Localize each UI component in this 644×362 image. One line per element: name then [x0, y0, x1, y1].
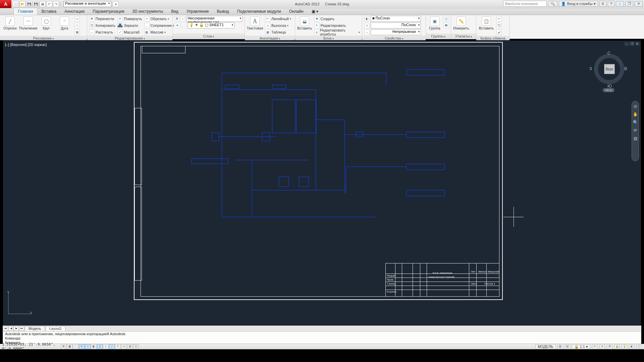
cmd-copyclip[interactable]: ⿻: [496, 22, 502, 28]
cmd-rotate[interactable]: ⟳Повернуть: [117, 16, 142, 22]
tab-view[interactable]: Вид: [167, 8, 182, 15]
cmd-polyline[interactable]: 〰 Полилиния: [20, 16, 36, 30]
layout-first-icon[interactable]: ⏮: [3, 326, 8, 331]
workspace-selector[interactable]: Рисование и аннотации: [63, 1, 111, 7]
cmd-trim[interactable]: ✂Обрезать: [144, 16, 174, 22]
status-grid-toggle[interactable]: ▦: [67, 344, 72, 349]
cmd-matchprop[interactable]: 🖌: [496, 29, 502, 35]
cmd-leader[interactable]: ↘Выноска: [265, 22, 291, 28]
viewcube-south[interactable]: Ю: [607, 83, 612, 88]
panel-groups-title[interactable]: Группы: [426, 34, 451, 39]
panel-properties-title[interactable]: Свойства: [362, 36, 426, 40]
tray-show-hidden-icon[interactable]: ▴: [594, 354, 596, 358]
cmd-line[interactable]: ╱ Отрезок: [2, 16, 18, 30]
cmd-hatch[interactable]: ▦: [74, 29, 80, 35]
status-sc-toggle[interactable]: ◫: [133, 344, 139, 349]
qat-open-icon[interactable]: 📂: [19, 1, 25, 7]
status-ortho-toggle[interactable]: ∟: [73, 344, 78, 349]
cmd-circle[interactable]: ◯ Круг: [38, 16, 54, 30]
cmd-block-edit[interactable]: ✎Редактировать: [314, 22, 360, 28]
viewcube-west[interactable]: З: [589, 66, 592, 71]
layer-properties-icon[interactable]: ≣: [175, 16, 179, 21]
cmd-group-edit[interactable]: ⬒: [443, 22, 449, 28]
status-space-button[interactable]: МОДЕЛЬ: [535, 344, 556, 349]
tray-volume-icon[interactable]: 🔊: [614, 354, 619, 358]
tab-annotate[interactable]: Аннотации: [60, 8, 89, 15]
viewport-minimize-icon[interactable]: –: [624, 42, 629, 46]
taskbar-autocad[interactable]: A: [53, 351, 69, 361]
cmd-rectangle[interactable]: ▭: [74, 16, 80, 22]
layer-states-icon[interactable]: ☼: [180, 16, 185, 21]
cmd-copy[interactable]: ⿻Копировать: [89, 22, 115, 28]
tab-expresstools-icon[interactable]: ▣ ▾: [308, 8, 322, 15]
search-go-icon[interactable]: 🔍: [548, 1, 557, 7]
panel-modify-title[interactable]: Редактирование: [87, 36, 172, 40]
tab-3dtools[interactable]: 3D инструменты: [128, 8, 167, 15]
cmd-scale[interactable]: ⤢Масштаб: [117, 29, 142, 35]
qat-print-icon[interactable]: 🖶: [40, 1, 46, 7]
status-otrack-toggle[interactable]: ∠: [97, 344, 103, 349]
status-clean-screen-icon[interactable]: ▢: [636, 344, 642, 349]
workspace-dropdown-icon[interactable]: ▾: [113, 1, 119, 7]
cmd-fillet[interactable]: ◟Сопряжение: [144, 22, 174, 28]
layout-prev-icon[interactable]: ◀: [8, 326, 13, 331]
layer-current-selector[interactable]: 💡 ☀ 🔓 ▢ SHEET1: [187, 22, 234, 28]
cmd-dimlinear[interactable]: ⊢Линейный: [265, 16, 291, 22]
qat-save-icon[interactable]: 💾: [26, 1, 32, 7]
viewcube-wcs[interactable]: МСК: [603, 88, 614, 92]
status-snap-toggle[interactable]: ⊞: [61, 344, 66, 349]
nav-pan-icon[interactable]: ✋: [633, 112, 638, 117]
window-minimize-icon[interactable]: –: [616, 1, 624, 6]
taskbar-save[interactable]: 💾: [35, 351, 51, 361]
sign-in-button[interactable]: 👤 Вход в службы ▾: [559, 1, 598, 7]
cmd-prompt[interactable]: Команда:: [5, 341, 639, 344]
status-quickview-layouts-icon[interactable]: ▥: [557, 344, 563, 349]
nav-zoom-icon[interactable]: 🔍: [633, 120, 638, 125]
lineweight-icon[interactable]: ≡: [364, 23, 370, 28]
command-window[interactable]: Autodesk или в приложении, лицензированн…: [3, 331, 641, 344]
linetype-selector[interactable]: Непрерывная: [371, 29, 421, 35]
qat-new-icon[interactable]: ▢: [13, 1, 19, 7]
qat-undo-icon[interactable]: ↶: [46, 1, 52, 7]
tab-online[interactable]: Онлайн: [285, 8, 308, 15]
panel-layers-title[interactable]: Слои: [173, 34, 245, 39]
tray-clock[interactable]: 10:43 05.02.2014: [622, 352, 641, 359]
layer-state-selector[interactable]: Несохраненная конфигурация сло: [186, 16, 243, 22]
status-quickview-drawings-icon[interactable]: ▤: [565, 344, 571, 349]
app-menu-button[interactable]: A: [0, 0, 11, 8]
cmd-arc[interactable]: ◜ Дуга: [56, 16, 72, 30]
linetype-icon[interactable]: ─: [364, 29, 370, 35]
status-annovis-icon[interactable]: ✳: [592, 344, 598, 349]
cmd-ungroup[interactable]: ◫: [443, 16, 449, 22]
help-icon[interactable]: ?: [608, 1, 614, 7]
tab-manage[interactable]: Управление: [182, 8, 213, 15]
color-selector[interactable]: ■ ПоСлою: [371, 16, 421, 22]
layout-next-icon[interactable]: ▶: [14, 326, 19, 331]
status-toolbar-lock-icon[interactable]: 🔒: [614, 344, 620, 349]
status-annoscale[interactable]: 🔒 1:1 ▾: [572, 344, 590, 349]
status-lwt-toggle[interactable]: ≡: [115, 344, 121, 349]
qat-redo-icon[interactable]: ↷: [53, 1, 59, 7]
panel-utilities-title[interactable]: Утилиты: [451, 34, 476, 39]
layer-freeze-icon[interactable]: ❄: [175, 23, 180, 28]
viewcube-east[interactable]: В: [624, 66, 627, 71]
viewport-restore-icon[interactable]: ❐: [630, 42, 634, 46]
status-ws-switch-icon[interactable]: ⚙: [607, 344, 612, 349]
panel-annotation-title[interactable]: Аннотации: [245, 36, 295, 40]
cmd-measure[interactable]: 📏 Измерить: [453, 16, 469, 30]
cmd-block-create[interactable]: ✚Создать: [314, 16, 360, 22]
tray-flag-icon[interactable]: ⚐: [599, 354, 603, 358]
viewcube-north[interactable]: С: [607, 51, 610, 56]
status-polar-toggle[interactable]: ✶: [79, 344, 85, 349]
qat-saveas-icon[interactable]: 💾: [33, 1, 39, 7]
drawing-viewport[interactable]: [–] [Верхняя] [2D каркас] – ❐ ✕ Верх С Ю…: [3, 40, 641, 325]
window-close-icon[interactable]: ✕: [635, 1, 643, 6]
cmd-block-attr[interactable]: aРедактировать атрибуты: [314, 29, 360, 35]
status-isolate-icon[interactable]: ◐: [629, 344, 635, 349]
window-restore-icon[interactable]: ❐: [625, 1, 633, 6]
layout-last-icon[interactable]: ⏭: [19, 326, 24, 331]
infocenter-search-input[interactable]: Введите ключевое слово/фразу: [503, 1, 547, 7]
cmd-group[interactable]: ▣ Группа: [428, 16, 441, 30]
status-dyn-toggle[interactable]: +: [109, 344, 115, 349]
cmd-insert-block[interactable]: ⬓ Вставить: [297, 16, 312, 30]
